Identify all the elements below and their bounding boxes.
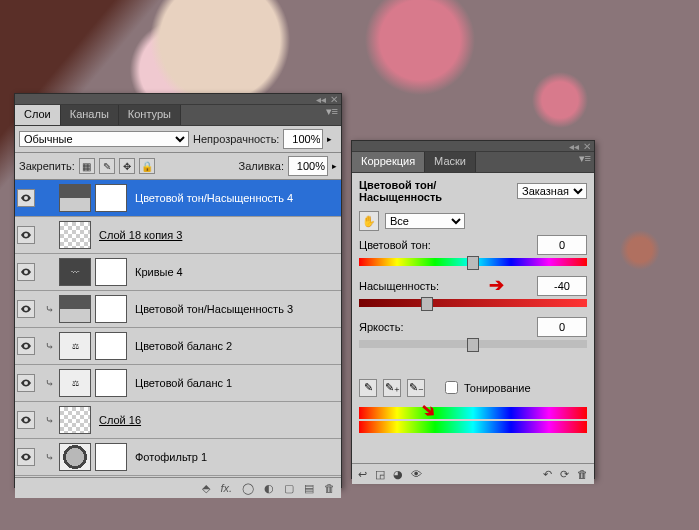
panel-titlebar: ◂◂ ✕ [15, 94, 341, 105]
eyedropper-minus-icon[interactable]: ✎₋ [407, 379, 425, 397]
layer-row[interactable]: ⤷⚖Цветовой баланс 2 [15, 328, 341, 365]
layer-name[interactable]: Кривые 4 [131, 266, 339, 278]
layer-thumbnail[interactable] [59, 295, 91, 323]
layer-name[interactable]: Слой 16 [95, 414, 339, 426]
fx-icon[interactable]: fx. [220, 482, 232, 494]
opacity-label: Непрозрачность: [193, 133, 279, 145]
new-group-icon[interactable]: ▢ [284, 482, 294, 495]
link-layers-icon[interactable]: ⬘ [202, 482, 210, 495]
layer-thumbnail[interactable] [59, 221, 91, 249]
layer-mask-thumbnail[interactable] [95, 184, 127, 212]
hue-knob[interactable] [467, 256, 479, 270]
return-icon[interactable]: ↩ [358, 468, 367, 481]
opacity-flyout-icon[interactable]: ▸ [327, 134, 332, 144]
view-icon[interactable]: 👁 [411, 468, 422, 481]
layer-name[interactable]: Цветовой баланс 2 [131, 340, 339, 352]
opacity-input[interactable] [283, 129, 323, 149]
adjust-titlebar: ◂◂ ✕ [352, 141, 594, 152]
collapse-icon[interactable]: ◂◂ [316, 95, 326, 104]
tab-masks[interactable]: Маски [425, 152, 476, 172]
prev-state-icon[interactable]: ↶ [543, 468, 552, 481]
lightness-knob[interactable] [467, 338, 479, 352]
close-icon[interactable]: ✕ [583, 142, 591, 151]
tab-correction[interactable]: Коррекция [352, 152, 425, 172]
visibility-eye-icon[interactable] [17, 226, 35, 244]
lightness-input[interactable] [537, 317, 587, 337]
layer-mask-thumbnail[interactable] [95, 295, 127, 323]
layer-thumbnail[interactable]: ⚖ [59, 369, 91, 397]
layers-list[interactable]: Цветовой тон/Насыщенность 4Слой 18 копия… [15, 180, 341, 477]
layer-thumbnail[interactable] [59, 184, 91, 212]
blend-mode-select[interactable]: Обычные [19, 131, 189, 147]
layer-row[interactable]: ⤷Фотофильтр 1 [15, 439, 341, 476]
new-adjustment-icon[interactable]: ◐ [264, 482, 274, 495]
layer-name[interactable]: Цветовой тон/Насыщенность 3 [131, 303, 339, 315]
visibility-eye-icon[interactable] [17, 374, 35, 392]
trash-icon[interactable]: 🗑 [577, 468, 588, 481]
clip-indicator-icon: ⤷ [43, 340, 55, 353]
layer-row[interactable]: ⤷Слой 16 [15, 402, 341, 439]
trash-icon[interactable]: 🗑 [324, 482, 335, 494]
panel-menu-icon[interactable]: ▾≡ [575, 152, 594, 172]
layer-thumbnail[interactable] [59, 443, 91, 471]
hue-input[interactable] [537, 235, 587, 255]
layers-panel-footer: ⬘ fx. ◯ ◐ ▢ ▤ 🗑 [15, 477, 341, 498]
targeted-adjust-icon[interactable]: ✋ [359, 211, 379, 231]
collapse-icon[interactable]: ◂◂ [569, 142, 579, 151]
visibility-eye-icon[interactable] [17, 448, 35, 466]
layer-name[interactable]: Фотофильтр 1 [131, 451, 339, 463]
close-icon[interactable]: ✕ [330, 95, 338, 104]
layer-thumbnail[interactable]: ⚖ [59, 332, 91, 360]
clip-icon[interactable]: ◕ [393, 468, 403, 481]
fill-label: Заливка: [239, 160, 284, 172]
eyedropper-icon[interactable]: ✎ [359, 379, 377, 397]
visibility-eye-icon[interactable] [17, 263, 35, 281]
tab-layers[interactable]: Слои [15, 105, 61, 125]
layers-panel-tabs: Слои Каналы Контуры ▾≡ [15, 105, 341, 126]
layer-row[interactable]: ⤷⚖Цветовой баланс 1 [15, 365, 341, 402]
saturation-input[interactable] [537, 276, 587, 296]
lock-all-icon[interactable]: 🔒 [139, 158, 155, 174]
visibility-eye-icon[interactable] [17, 337, 35, 355]
colorize-checkbox[interactable]: Тонирование [441, 378, 531, 397]
tab-paths[interactable]: Контуры [119, 105, 181, 125]
layer-row[interactable]: 〰Кривые 4 [15, 254, 341, 291]
adjust-tabs: Коррекция Маски ▾≡ [352, 152, 594, 173]
layer-mask-thumbnail[interactable] [95, 258, 127, 286]
lock-brush-icon[interactable]: ✎ [99, 158, 115, 174]
lock-label: Закрепить: [19, 160, 75, 172]
fill-flyout-icon[interactable]: ▸ [332, 161, 337, 171]
layer-name[interactable]: Цветовой баланс 1 [131, 377, 339, 389]
colorize-input[interactable] [445, 381, 458, 394]
lock-pixels-icon[interactable]: ▦ [79, 158, 95, 174]
layer-mask-thumbnail[interactable] [95, 443, 127, 471]
layer-row[interactable]: Цветовой тон/Насыщенность 4 [15, 180, 341, 217]
reset-icon[interactable]: ⟳ [560, 468, 569, 481]
layer-row[interactable]: Слой 18 копия 3 [15, 217, 341, 254]
lightness-slider[interactable] [359, 340, 587, 348]
preset-select[interactable]: Заказная [517, 183, 587, 199]
hue-slider[interactable] [359, 258, 587, 266]
layer-thumbnail[interactable]: 〰 [59, 258, 91, 286]
lock-fill-row: Закрепить: ▦ ✎ ✥ 🔒 Заливка: ▸ [15, 153, 341, 180]
saturation-knob[interactable] [421, 297, 433, 311]
layer-name[interactable]: Цветовой тон/Насыщенность 4 [131, 192, 339, 204]
visibility-eye-icon[interactable] [17, 300, 35, 318]
saturation-slider[interactable] [359, 299, 587, 307]
visibility-eye-icon[interactable] [17, 189, 35, 207]
new-layer-icon[interactable]: ▤ [304, 482, 314, 495]
layer-mask-thumbnail[interactable] [95, 332, 127, 360]
tab-channels[interactable]: Каналы [61, 105, 119, 125]
eyedropper-plus-icon[interactable]: ✎₊ [383, 379, 401, 397]
expand-icon[interactable]: ◲ [375, 468, 385, 481]
visibility-eye-icon[interactable] [17, 411, 35, 429]
layer-row[interactable]: ⤷Цветовой тон/Насыщенность 3 [15, 291, 341, 328]
layer-name[interactable]: Слой 18 копия 3 [95, 229, 339, 241]
add-mask-icon[interactable]: ◯ [242, 482, 254, 495]
fill-input[interactable] [288, 156, 328, 176]
panel-menu-icon[interactable]: ▾≡ [322, 105, 341, 125]
layer-thumbnail[interactable] [59, 406, 91, 434]
lock-move-icon[interactable]: ✥ [119, 158, 135, 174]
edit-channel-select[interactable]: Все [385, 213, 465, 229]
layer-mask-thumbnail[interactable] [95, 369, 127, 397]
